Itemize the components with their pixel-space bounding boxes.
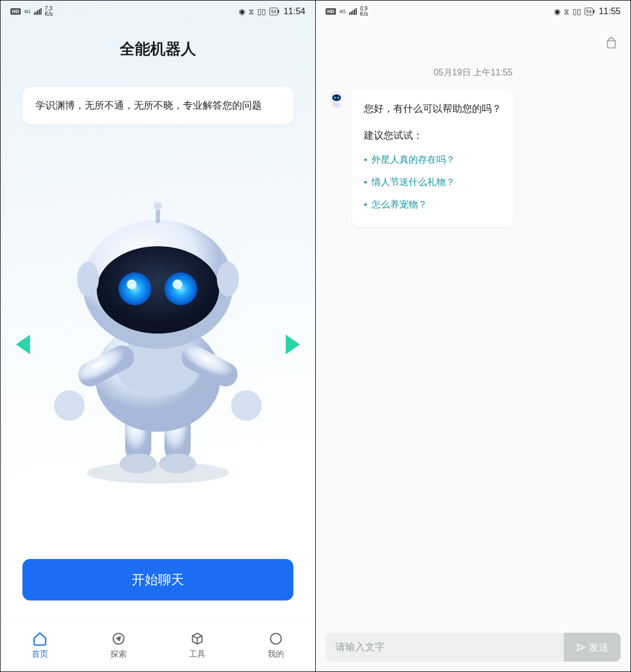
carousel-prev-icon[interactable] xyxy=(16,335,30,354)
suggestion-title: 建议您试试： xyxy=(364,127,502,144)
home-icon xyxy=(32,631,48,647)
status-bar: HD 4G 0.9 K/s ◉ ⧖ ▯▯ 54 11:55 xyxy=(316,1,630,22)
suggestion-item[interactable]: 外星人真的存在吗？ xyxy=(364,149,502,171)
svg-point-20 xyxy=(154,203,162,210)
svg-point-18 xyxy=(217,261,239,296)
start-chat-button[interactable]: 开始聊天 xyxy=(22,559,293,600)
svg-point-17 xyxy=(77,261,99,296)
clock: 11:54 xyxy=(284,7,305,16)
hd-icon: HD xyxy=(10,8,21,15)
date-stamp: 05月19日 上午11:55 xyxy=(316,51,630,90)
svg-point-10 xyxy=(231,390,262,421)
bluetooth-icon: ⧖ xyxy=(564,7,569,16)
robot-illustration xyxy=(43,203,273,486)
nav-mine[interactable]: 我的 xyxy=(268,631,284,659)
svg-point-0 xyxy=(87,462,229,484)
vibrate-icon: ▯▯ xyxy=(257,7,266,16)
network-speed: 7.3 K/s xyxy=(45,6,52,17)
intro-text: 学识渊博，无所不通，无所不晓，专业解答您的问题 xyxy=(22,87,293,124)
svg-point-22 xyxy=(270,633,281,644)
send-label: 发送 xyxy=(589,641,609,654)
message-input[interactable] xyxy=(326,633,564,662)
svg-point-14 xyxy=(164,272,197,305)
bot-message-row: 您好，有什么可以帮助您的吗？ 建议您试试： 外星人真的存在吗？ 情人节送什么礼物… xyxy=(316,90,630,227)
nav-explore[interactable]: 探索 xyxy=(110,631,127,659)
circle-icon xyxy=(268,631,284,647)
svg-rect-27 xyxy=(332,103,341,108)
nav-home-label: 首页 xyxy=(32,649,48,659)
greeting-text: 您好，有什么可以帮助您的吗？ xyxy=(364,100,502,117)
svg-point-16 xyxy=(173,279,182,289)
svg-point-25 xyxy=(334,97,336,99)
bot-message-bubble: 您好，有什么可以帮助您的吗？ 建议您试试： 外星人真的存在吗？ 情人节送什么礼物… xyxy=(352,90,514,227)
page-title: 全能机器人 xyxy=(1,22,315,70)
battery-icon: 54 xyxy=(269,8,278,15)
bluetooth-icon: ⧖ xyxy=(249,7,254,16)
suggestion-list: 外星人真的存在吗？ 情人节送什么礼物？ 怎么养宠物？ xyxy=(364,149,502,216)
suggestion-item[interactable]: 情人节送什么礼物？ xyxy=(364,171,502,194)
svg-point-4 xyxy=(159,454,196,473)
svg-point-15 xyxy=(127,279,137,289)
nav-explore-label: 探索 xyxy=(110,649,127,659)
input-bar: 发送 xyxy=(316,623,630,671)
robot-carousel xyxy=(1,141,315,554)
eye-icon: ◉ xyxy=(239,7,245,16)
svg-point-9 xyxy=(54,390,85,421)
bottom-nav: 首页 探索 工具 我的 xyxy=(1,622,315,671)
nav-home[interactable]: 首页 xyxy=(32,631,48,659)
svg-point-12 xyxy=(97,246,219,334)
hd-icon: HD xyxy=(326,8,336,15)
suggestion-item[interactable]: 怎么养宠物？ xyxy=(364,194,502,216)
battery-icon: 54 xyxy=(585,8,593,15)
nav-tools-label: 工具 xyxy=(189,649,205,659)
carousel-next-icon[interactable] xyxy=(286,335,300,354)
status-bar: HD 4G 7.3 K/s ◉ ⧖ ▯▯ 54 11:54 xyxy=(1,1,315,22)
network-label: 4G xyxy=(339,9,346,14)
network-label: 4G xyxy=(24,9,31,14)
chat-screen: HD 4G 0.9 K/s ◉ ⧖ ▯▯ 54 11:55 05月19日 上午1… xyxy=(316,1,630,671)
network-speed: 0.9 K/s xyxy=(360,6,368,17)
signal-icon xyxy=(349,8,357,15)
vibrate-icon: ▯▯ xyxy=(573,7,581,16)
box-icon xyxy=(189,631,205,647)
nav-tools[interactable]: 工具 xyxy=(189,631,205,659)
bot-avatar-icon xyxy=(327,90,346,109)
svg-point-3 xyxy=(120,454,157,473)
signal-icon xyxy=(34,8,42,15)
clock: 11:55 xyxy=(599,7,621,16)
nav-mine-label: 我的 xyxy=(268,649,284,659)
clear-button[interactable] xyxy=(604,35,620,51)
svg-point-24 xyxy=(332,94,341,101)
svg-point-26 xyxy=(337,97,339,99)
send-icon xyxy=(576,643,586,652)
home-screen: HD 4G 7.3 K/s ◉ ⧖ ▯▯ 54 11:54 全能机器人 学识渊博… xyxy=(1,1,316,671)
svg-point-13 xyxy=(119,272,151,305)
compass-icon xyxy=(110,631,127,647)
eye-icon: ◉ xyxy=(554,7,561,16)
send-button[interactable]: 发送 xyxy=(564,633,621,662)
